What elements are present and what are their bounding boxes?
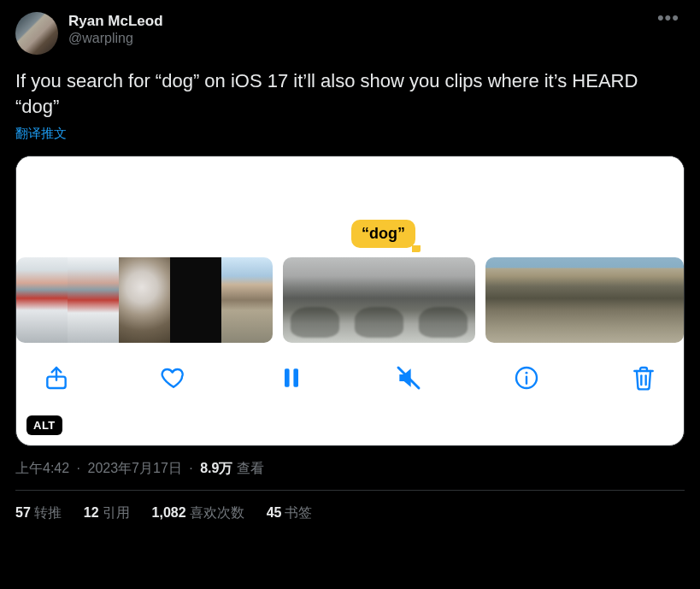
svg-rect-2 [293, 369, 298, 387]
clip-frame [519, 257, 552, 343]
tweet-meta: 上午4:42 · 2023年7月17日 · 8.9万 查看 [15, 460, 685, 478]
clip-frame [485, 257, 519, 343]
separator: · [189, 461, 192, 475]
heart-icon[interactable] [159, 363, 188, 392]
author-block: Ryan McLeod @warpling [68, 12, 652, 47]
clip-frame [283, 257, 347, 343]
trash-icon[interactable] [629, 363, 658, 392]
stat-retweets[interactable]: 57转推 [15, 504, 62, 522]
tweet-stats: 57转推 12引用 1,082喜欢次数 45书签 [15, 491, 685, 522]
video-timeline[interactable] [16, 257, 684, 343]
media-toolbar [16, 343, 684, 392]
clip-group-active[interactable] [283, 257, 475, 343]
clip-frame [551, 257, 585, 343]
stat-bookmarks[interactable]: 45书签 [267, 504, 313, 522]
avatar[interactable] [15, 12, 58, 55]
clip-frame [585, 257, 618, 343]
clip-group[interactable] [16, 257, 273, 343]
clip-frame [68, 257, 119, 343]
author-name[interactable]: Ryan McLeod [68, 12, 652, 30]
mute-icon[interactable] [394, 363, 423, 392]
clip-frame [119, 257, 170, 343]
svg-point-6 [525, 372, 527, 374]
clip-frame [170, 257, 221, 343]
clip-frame [618, 257, 651, 343]
clip-frame [16, 257, 68, 343]
stat-quotes[interactable]: 12引用 [84, 504, 130, 522]
tweet-header: Ryan McLeod @warpling ••• [15, 12, 685, 55]
tweet-date[interactable]: 2023年7月17日 [88, 461, 182, 475]
tweet-text: If you search for “dog” on iOS 17 it’ll … [15, 68, 685, 119]
views-count[interactable]: 8.9万 [200, 461, 232, 475]
translate-link[interactable]: 翻译推文 [15, 126, 685, 142]
clip-frame [650, 257, 684, 343]
views-label: 查看 [237, 461, 264, 475]
media-card-top: “dog” [16, 156, 684, 257]
more-options-icon[interactable]: ••• [652, 12, 685, 23]
svg-rect-1 [285, 369, 290, 387]
share-icon[interactable] [42, 363, 71, 392]
stat-likes[interactable]: 1,082喜欢次数 [152, 504, 244, 522]
separator: · [77, 461, 80, 475]
info-icon[interactable] [512, 363, 541, 392]
media-card[interactable]: “dog” [15, 156, 685, 446]
pause-icon[interactable] [277, 363, 306, 392]
clip-frame [411, 257, 475, 343]
clip-frame [221, 257, 273, 343]
tweet-time[interactable]: 上午4:42 [15, 461, 69, 475]
clip-frame [347, 257, 411, 343]
caption-tooltip: “dog” [351, 220, 415, 248]
author-handle[interactable]: @warpling [68, 30, 652, 47]
alt-badge[interactable]: ALT [26, 415, 62, 435]
tweet-container: Ryan McLeod @warpling ••• If you search … [0, 0, 700, 522]
clip-group[interactable] [485, 257, 684, 343]
